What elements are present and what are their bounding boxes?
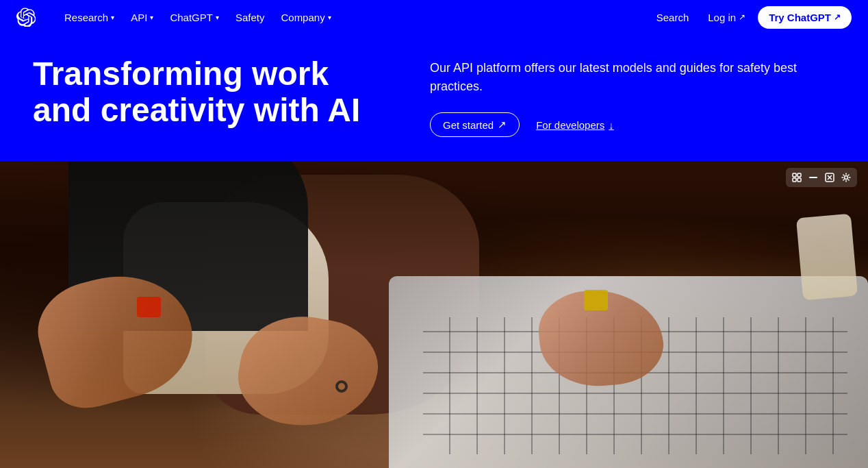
- image-control-2[interactable]: [806, 171, 820, 184]
- hero-right: Our API platform offers our latest model…: [430, 56, 835, 137]
- nav-safety[interactable]: Safety: [229, 8, 272, 27]
- nav-chatgpt[interactable]: ChatGPT ▾: [163, 8, 226, 27]
- hero-left: Transforming work and creativity with AI: [33, 56, 389, 129]
- svg-rect-3: [797, 178, 801, 182]
- svg-rect-2: [793, 178, 796, 182]
- developers-arrow-icon: ↓: [609, 119, 614, 131]
- search-link[interactable]: Search: [650, 8, 696, 27]
- company-chevron-icon: ▾: [328, 14, 331, 21]
- nav-api-label: API: [131, 12, 147, 23]
- navigation: Research ▾ API ▾ ChatGPT ▾ Safety Compan…: [0, 0, 868, 34]
- chatgpt-chevron-icon: ▾: [216, 14, 219, 21]
- nav-company[interactable]: Company ▾: [274, 8, 337, 27]
- hero-section: Transforming work and creativity with AI…: [0, 34, 868, 161]
- get-started-arrow-icon: ↗: [498, 119, 507, 131]
- openai-logo[interactable]: [16, 8, 36, 27]
- login-label: Log in: [708, 12, 736, 23]
- nav-safety-label: Safety: [235, 12, 265, 23]
- nav-chatgpt-label: ChatGPT: [170, 12, 213, 23]
- for-developers-button[interactable]: For developers ↓: [536, 119, 614, 131]
- login-link[interactable]: Log in ↗: [701, 8, 752, 27]
- nav-actions: Search Log in ↗ Try ChatGPT ↗: [650, 6, 852, 29]
- developers-label: For developers: [536, 119, 604, 131]
- try-chatgpt-label: Try ChatGPT: [769, 12, 831, 23]
- image-control-1[interactable]: [790, 171, 804, 184]
- get-started-button[interactable]: Get started ↗: [430, 112, 520, 137]
- hero-buttons: Get started ↗ For developers ↓: [430, 112, 835, 137]
- nav-links: Research ▾ API ▾ ChatGPT ▾ Safety Compan…: [58, 8, 650, 27]
- hero-title: Transforming work and creativity with AI: [33, 56, 389, 129]
- nav-research[interactable]: Research ▾: [58, 8, 121, 27]
- svg-rect-1: [797, 173, 801, 177]
- api-chevron-icon: ▾: [150, 14, 153, 21]
- image-control-3[interactable]: [823, 171, 837, 184]
- research-chevron-icon: ▾: [111, 14, 114, 21]
- nav-company-label: Company: [281, 12, 324, 23]
- image-controls: [786, 168, 857, 187]
- nav-research-label: Research: [64, 12, 108, 23]
- nav-api[interactable]: API ▾: [124, 8, 160, 27]
- hero-photo: [0, 161, 868, 468]
- svg-rect-4: [809, 177, 817, 178]
- login-arrow-icon: ↗: [739, 12, 745, 22]
- hero-description: Our API platform offers our latest model…: [430, 59, 813, 96]
- svg-point-6: [845, 176, 848, 180]
- svg-rect-0: [793, 173, 796, 177]
- image-control-settings[interactable]: [839, 171, 853, 184]
- get-started-label: Get started: [443, 119, 494, 131]
- try-arrow-icon: ↗: [834, 12, 841, 22]
- try-chatgpt-button[interactable]: Try ChatGPT ↗: [758, 6, 852, 29]
- hero-image-area: [0, 161, 868, 468]
